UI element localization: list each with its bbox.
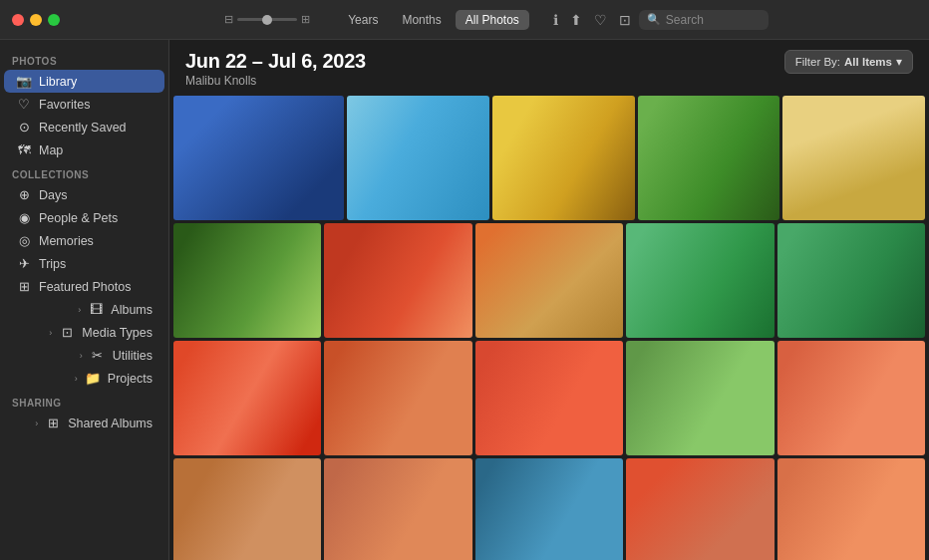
sidebar-item-favorites[interactable]: ♡ Favorites [4, 93, 164, 116]
heart-sidebar-icon: ♡ [16, 97, 32, 112]
library-icon: 📷 [16, 74, 32, 89]
traffic-lights [12, 14, 60, 26]
heart-icon[interactable]: ♡ [594, 12, 607, 28]
sidebar-item-label: Memories [39, 234, 94, 248]
photo-cell[interactable] [475, 341, 623, 455]
memories-icon: ◎ [16, 233, 32, 248]
photo-cell[interactable] [782, 96, 925, 220]
minimize-button[interactable] [30, 14, 42, 26]
photo-cell[interactable] [173, 458, 321, 560]
sidebar: Photos 📷 Library ♡ Favorites ⊙ Recently … [0, 40, 169, 560]
photo-cell[interactable] [777, 341, 925, 455]
sidebar-item-media-types[interactable]: › ⊡ Media Types [4, 321, 164, 344]
photo-grid [169, 94, 929, 560]
photo-cell[interactable] [475, 458, 623, 560]
sidebar-item-map[interactable]: 🗺 Map [4, 139, 164, 161]
chevron-right-icon: › [78, 305, 81, 315]
chevron-right-icon: › [75, 374, 78, 384]
zoom-control: ⊟ ⊞ [224, 13, 310, 26]
clock-icon: ⊙ [16, 120, 32, 135]
photo-cell[interactable] [638, 96, 780, 220]
photos-section-label: Photos [0, 48, 168, 70]
photo-cell[interactable] [324, 223, 471, 338]
sharing-section-label: Sharing [0, 390, 168, 412]
photo-cell[interactable] [347, 96, 489, 220]
filter-value: All Items [844, 56, 892, 68]
sidebar-item-label: Projects [108, 372, 153, 386]
zoom-in-icon[interactable]: ⊞ [301, 13, 310, 26]
lightbox-icon[interactable]: ⊡ [619, 12, 631, 28]
sidebar-item-label: Trips [39, 257, 66, 271]
zoom-out-icon[interactable]: ⊟ [224, 13, 233, 26]
people-icon: ◉ [16, 210, 32, 225]
sidebar-item-label: Featured Photos [39, 280, 131, 294]
main-content: Jun 22 – Jul 6, 2023 Malibu Knolls Filte… [169, 40, 929, 560]
sidebar-item-projects[interactable]: › 📁 Projects [4, 367, 164, 390]
trips-icon: ✈ [16, 256, 32, 271]
photo-cell[interactable] [173, 341, 321, 455]
share-icon[interactable]: ⬆ [570, 12, 582, 28]
sidebar-item-label: People & Pets [39, 211, 118, 225]
photo-cell[interactable] [173, 223, 321, 338]
photo-cell[interactable] [475, 223, 623, 338]
titlebar: ⊟ ⊞ Years Months All Photos ℹ ⬆ ♡ ⊡ 🔍 [0, 0, 929, 40]
days-icon: ⊕ [16, 187, 32, 202]
sidebar-item-label: Map [39, 143, 63, 157]
toolbar-center: ⊟ ⊞ Years Months All Photos ℹ ⬆ ♡ ⊡ 🔍 [76, 10, 917, 30]
sidebar-item-people-pets[interactable]: ◉ People & Pets [4, 206, 164, 229]
photo-cell[interactable] [626, 223, 774, 338]
photo-cell[interactable] [492, 96, 635, 220]
app-body: Photos 📷 Library ♡ Favorites ⊙ Recently … [0, 40, 929, 560]
media-icon: ⊡ [59, 325, 75, 340]
filter-button[interactable]: Filter By: All Items ▾ [784, 50, 913, 74]
tab-all-photos[interactable]: All Photos [456, 10, 529, 30]
sidebar-item-label: Recently Saved [39, 121, 127, 135]
chevron-right-icon: › [80, 351, 83, 361]
filter-label: Filter By: [795, 56, 840, 68]
sidebar-item-label: Media Types [82, 326, 153, 340]
search-input[interactable] [666, 13, 756, 27]
close-button[interactable] [12, 14, 24, 26]
info-icon[interactable]: ℹ [553, 12, 558, 28]
tab-months[interactable]: Months [392, 10, 451, 30]
featured-icon: ⊞ [16, 279, 32, 294]
photo-row [173, 223, 925, 338]
sidebar-item-trips[interactable]: ✈ Trips [4, 252, 164, 275]
sidebar-item-recently-saved[interactable]: ⊙ Recently Saved [4, 116, 164, 139]
photo-cell[interactable] [324, 341, 471, 455]
photo-cell[interactable] [626, 341, 774, 455]
chevron-right-icon: › [49, 328, 52, 338]
sidebar-item-label: Utilities [113, 349, 153, 363]
tab-years[interactable]: Years [338, 10, 388, 30]
sidebar-item-library[interactable]: 📷 Library [4, 70, 164, 93]
sidebar-item-label: Days [39, 188, 67, 202]
photo-header: Jun 22 – Jul 6, 2023 Malibu Knolls Filte… [169, 40, 929, 94]
chevron-down-icon: ▾ [896, 55, 902, 69]
search-box[interactable]: 🔍 [639, 10, 769, 30]
search-icon: 🔍 [647, 13, 661, 26]
photo-cell[interactable] [626, 458, 774, 560]
header-info: Jun 22 – Jul 6, 2023 Malibu Knolls [185, 50, 366, 88]
shared-icon: ⊞ [45, 416, 61, 430]
photo-cell[interactable] [777, 458, 925, 560]
photo-row [173, 341, 925, 455]
sidebar-item-featured-photos[interactable]: ⊞ Featured Photos [4, 275, 164, 298]
photo-cell[interactable] [777, 223, 925, 338]
albums-icon: 🎞 [88, 302, 104, 317]
projects-icon: 📁 [85, 371, 101, 386]
sidebar-item-days[interactable]: ⊕ Days [4, 183, 164, 206]
utilities-icon: ✂ [90, 348, 106, 363]
maximize-button[interactable] [48, 14, 60, 26]
sidebar-item-label: Favorites [39, 98, 90, 112]
photo-cell[interactable] [173, 96, 344, 220]
sidebar-item-shared-albums[interactable]: › ⊞ Shared Albums [4, 412, 164, 434]
sidebar-item-memories[interactable]: ◎ Memories [4, 229, 164, 252]
sidebar-item-albums[interactable]: › 🎞 Albums [4, 298, 164, 321]
sidebar-item-utilities[interactable]: › ✂ Utilities [4, 344, 164, 367]
date-range: Jun 22 – Jul 6, 2023 [185, 50, 366, 73]
zoom-slider[interactable] [237, 18, 297, 21]
photo-row [173, 96, 925, 220]
nav-tabs: Years Months All Photos [338, 10, 529, 30]
photo-cell[interactable] [324, 458, 471, 560]
map-icon: 🗺 [16, 142, 32, 157]
